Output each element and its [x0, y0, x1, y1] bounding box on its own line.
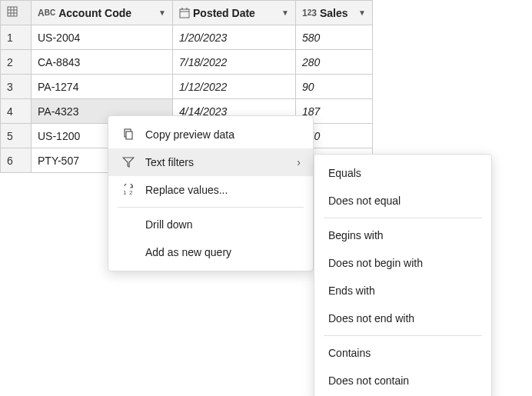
menu-separator — [324, 218, 482, 218]
menu-label: Contains — [328, 347, 477, 359]
menu-label: Equals — [328, 167, 477, 179]
filter-does-not-equal[interactable]: Does not equal — [314, 187, 491, 215]
cell-posted-date[interactable]: 1/20/2023 — [173, 25, 296, 50]
column-label: Sales — [320, 7, 355, 19]
filter-begins-with[interactable]: Begins with — [314, 221, 491, 249]
cell-account-code[interactable]: PA-1274 — [32, 75, 173, 99]
cell-posted-date[interactable]: 7/18/2022 — [173, 50, 296, 75]
copy-icon — [121, 128, 136, 141]
filter-does-not-end-with[interactable]: Does not end with — [314, 304, 491, 332]
text-filters-submenu: Equals Does not equal Begins with Does n… — [314, 154, 492, 396]
context-menu: Copy preview data Text filters › 12 Repl… — [108, 115, 314, 271]
cell-posted-date[interactable]: 1/12/2022 — [173, 75, 296, 99]
filter-icon — [121, 156, 136, 168]
table-icon — [7, 6, 18, 17]
table-corner[interactable] — [1, 1, 32, 25]
column-label: Account Code — [58, 7, 155, 19]
filter-does-not-begin-with[interactable]: Does not begin with — [314, 249, 491, 277]
menu-label: Drill down — [145, 218, 301, 231]
chevron-right-icon: › — [297, 156, 301, 168]
filter-ends-with[interactable]: Ends with — [314, 277, 491, 304]
menu-text-filters[interactable]: Text filters › — [108, 148, 313, 176]
menu-label: Add as new query — [145, 246, 301, 258]
menu-label: Replace values... — [145, 184, 301, 196]
column-header-posted-date[interactable]: Posted Date ▼ — [173, 1, 296, 25]
menu-label: Copy preview data — [145, 128, 301, 141]
column-label: Posted Date — [193, 7, 278, 19]
row-number: 3 — [1, 75, 32, 99]
menu-label: Begins with — [328, 229, 477, 241]
cell-account-code[interactable]: US-2004 — [32, 25, 173, 50]
table-row[interactable]: 3 PA-1274 1/12/2022 90 — [1, 75, 373, 99]
row-number: 6 — [1, 148, 32, 173]
row-number: 5 — [1, 124, 32, 148]
menu-label: Does not begin with — [328, 257, 477, 269]
number-type-icon: 123 — [302, 8, 317, 18]
column-header-account-code[interactable]: ABC Account Code ▼ — [32, 1, 173, 25]
menu-label: Ends with — [328, 285, 477, 297]
menu-separator — [118, 207, 304, 208]
menu-replace-values[interactable]: 12 Replace values... — [108, 176, 313, 204]
filter-does-not-contain[interactable]: Does not contain — [314, 367, 491, 394]
date-type-icon — [179, 8, 190, 18]
table-row[interactable]: 2 CA-8843 7/18/2022 280 — [1, 50, 373, 75]
row-number: 4 — [1, 99, 32, 124]
dropdown-icon[interactable]: ▼ — [281, 8, 289, 17]
cell-account-code[interactable]: CA-8843 — [32, 50, 173, 75]
svg-text:2: 2 — [129, 189, 133, 196]
svg-rect-10 — [126, 131, 132, 139]
menu-label: Does not contain — [328, 374, 477, 387]
row-number: 2 — [1, 50, 32, 75]
menu-label: Text filters — [145, 156, 288, 168]
filter-contains[interactable]: Contains — [314, 339, 491, 367]
cell-sales[interactable]: 580 — [296, 25, 373, 50]
column-header-sales[interactable]: 123 Sales ▼ — [296, 1, 373, 25]
dropdown-icon[interactable]: ▼ — [358, 8, 366, 17]
menu-label: Does not end with — [328, 312, 477, 324]
menu-label: Does not equal — [328, 195, 477, 207]
menu-drill-down[interactable]: Drill down — [108, 211, 313, 238]
replace-icon: 12 — [121, 184, 136, 196]
cell-sales[interactable]: 280 — [296, 50, 373, 75]
cell-sales[interactable]: 90 — [296, 75, 373, 99]
menu-copy-preview-data[interactable]: Copy preview data — [108, 121, 313, 148]
row-number: 1 — [1, 25, 32, 50]
filter-equals[interactable]: Equals — [314, 159, 491, 187]
table-row[interactable]: 1 US-2004 1/20/2023 580 — [1, 25, 373, 50]
menu-separator — [324, 335, 482, 336]
menu-add-as-new-query[interactable]: Add as new query — [108, 238, 313, 266]
dropdown-icon[interactable]: ▼ — [158, 8, 166, 17]
svg-text:1: 1 — [123, 189, 127, 196]
text-type-icon: ABC — [38, 8, 55, 18]
svg-rect-5 — [180, 9, 189, 18]
svg-rect-0 — [8, 7, 17, 16]
